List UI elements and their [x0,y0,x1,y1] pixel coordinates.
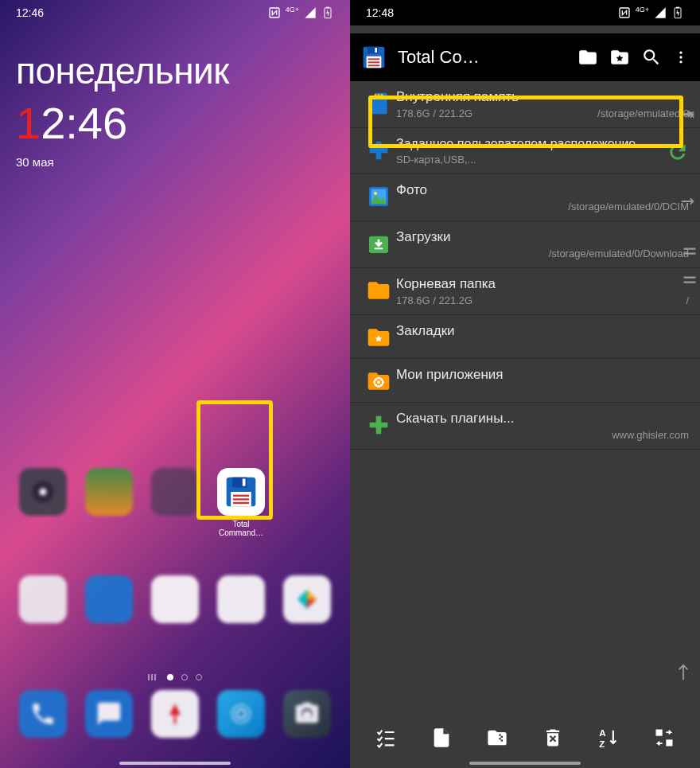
app-bar: Total Co… [350,33,700,81]
clock-widget[interactable]: 12:46 [16,97,334,149]
svg-rect-30 [381,94,383,98]
svg-point-41 [377,381,380,384]
list-item-downloads[interactable]: Загрузки /storage/emulated/0/Download [350,221,700,268]
svg-rect-11 [233,502,249,504]
new-file-tool-icon[interactable] [430,727,453,749]
search-icon[interactable] [641,47,662,68]
status-bar: 12:46 4G+ [0,0,350,25]
network-4g-icon: 4G+ [636,6,649,14]
svg-rect-9 [233,495,249,497]
floppy-disk-icon [224,474,259,509]
svg-rect-22 [368,58,380,60]
svg-rect-20 [375,48,377,53]
svg-point-13 [232,705,251,723]
refresh-icon[interactable] [667,141,689,163]
photo-icon [366,184,391,209]
svg-point-25 [679,52,682,54]
app-icon-blurred[interactable] [80,468,138,537]
list-item-internal-storage[interactable]: Внутренняя память 178.6G / 221.2G/storag… [350,81,700,128]
location-list: Внутренняя память 178.6G / 221.2G/storag… [350,81,700,450]
app-icon-blurred[interactable] [14,468,72,537]
home-widget: понедельник 12:46 30 мая [0,25,350,193]
battery-icon [321,6,334,19]
folder-action-icon[interactable] [578,47,598,68]
scroll-up-icon[interactable] [675,662,692,688]
swap-arrow-icon[interactable] [679,106,697,123]
gesture-bar[interactable] [469,762,581,765]
app-icon-blurred[interactable] [278,575,336,636]
nfc-icon [618,6,631,19]
folder-icon [366,278,391,303]
list-item-root[interactable]: Корневая папка 178.6G / 221.2G/ [350,268,700,315]
apps-folder-icon [366,368,391,394]
download-icon [366,231,391,256]
signal-icon [654,6,667,19]
dock-phone[interactable] [14,690,72,738]
dock-messages[interactable] [80,690,138,738]
list-item-user-location[interactable]: Заданное пользователем расположение SD-к… [350,128,700,174]
app-title: Total Co… [398,47,566,68]
svg-point-26 [679,56,682,58]
svg-rect-42 [499,734,500,735]
svg-rect-35 [375,248,383,250]
svg-rect-10 [233,498,249,500]
dock-yandex[interactable] [146,690,204,738]
svg-point-14 [302,711,311,719]
sort-tool-icon[interactable]: AZ [597,727,620,749]
bottom-toolbar: AZ [350,717,700,758]
svg-rect-49 [666,739,672,746]
app-total-commander[interactable]: Total Command… [212,468,270,537]
list-item-plugins[interactable]: Скачать плагины... www.ghisler.com [350,403,700,450]
app-icon-blurred[interactable] [80,575,138,636]
home-pager[interactable] [14,674,336,680]
total-commander-phone: 12:48 4G+ Total Co… Вн [350,0,700,768]
svg-point-33 [374,192,377,195]
list-item-bookmarks[interactable]: Закладки [350,315,700,359]
svg-text:A: A [599,727,606,738]
network-4g-icon: 4G+ [286,6,299,14]
plus-green-icon [366,412,391,438]
home-screen-phone: 12:46 4G+ понедельник 12:46 30 мая [0,0,350,768]
app-icon-blurred[interactable] [146,468,204,537]
svg-rect-37 [684,253,696,255]
list-item-apps[interactable]: Мои приложения [350,359,700,403]
sd-card-icon [366,91,391,116]
status-time: 12:48 [366,6,394,19]
gesture-bar[interactable] [119,762,231,765]
overflow-menu-icon[interactable] [673,47,689,68]
svg-point-12 [236,709,245,718]
svg-rect-24 [368,64,380,66]
app-icon-blurred[interactable] [14,575,72,636]
svg-rect-17 [676,7,679,8]
svg-rect-44 [499,738,500,739]
app-icon-blurred[interactable] [212,575,270,636]
app-icon-blurred[interactable] [146,575,204,636]
swap-panel-tool-icon[interactable] [653,727,675,749]
status-bar: 12:48 4G+ [350,0,700,25]
svg-rect-36 [684,248,696,250]
svg-point-27 [679,60,682,63]
svg-point-4 [40,489,47,496]
dock-gallery[interactable] [212,690,270,738]
svg-text:Z: Z [599,739,605,749]
bookmark-folder-icon [366,325,391,350]
delete-tool-icon[interactable] [542,727,564,749]
svg-rect-7 [243,479,246,486]
svg-rect-29 [378,94,380,98]
archive-tool-icon[interactable] [486,727,508,749]
svg-rect-2 [326,7,329,8]
app-logo-icon [361,45,387,70]
plus-icon [366,138,391,163]
select-tool-icon[interactable] [375,727,397,749]
day-of-week: понедельник [16,49,334,92]
equals-icon[interactable] [682,243,697,260]
dock-camera[interactable] [278,690,336,738]
app-grid: Total Command… [0,468,350,768]
list-item-photo[interactable]: Фото /storage/emulated/0/DCIM [350,174,700,221]
svg-rect-43 [501,736,503,738]
bookmark-action-icon[interactable] [609,47,630,68]
svg-rect-45 [501,739,503,741]
signal-icon [304,6,317,19]
status-time: 12:46 [16,6,44,19]
svg-rect-48 [656,730,663,736]
